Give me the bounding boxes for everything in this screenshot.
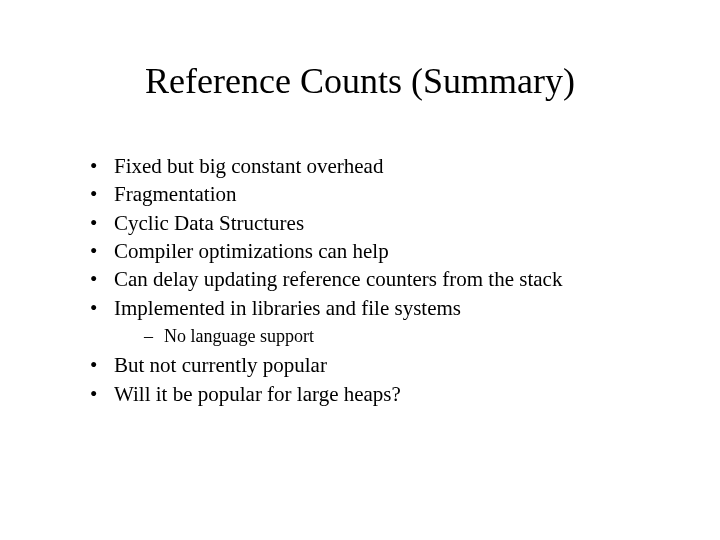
list-item: Cyclic Data Structures: [90, 209, 660, 237]
list-item: Fixed but big constant overhead: [90, 152, 660, 180]
list-item: Compiler optimizations can help: [90, 237, 660, 265]
bullet-text: Will it be popular for large heaps?: [114, 382, 401, 406]
bullet-text: Can delay updating reference counters fr…: [114, 267, 562, 291]
bullet-text: Compiler optimizations can help: [114, 239, 389, 263]
bullet-text: Cyclic Data Structures: [114, 211, 304, 235]
bullet-text: Implemented in libraries and file system…: [114, 296, 461, 320]
list-item: Fragmentation: [90, 180, 660, 208]
bullet-text: Fragmentation: [114, 182, 236, 206]
list-item: Implemented in libraries and file system…: [90, 294, 660, 350]
sub-bullet-text: No language support: [164, 326, 314, 346]
sub-bullet-list: No language support: [114, 324, 660, 349]
slide-title: Reference Counts (Summary): [60, 60, 660, 102]
list-item: Can delay updating reference counters fr…: [90, 265, 660, 293]
bullet-text: But not currently popular: [114, 353, 327, 377]
bullet-list: Fixed but big constant overhead Fragment…: [60, 152, 660, 408]
list-item: But not currently popular: [90, 351, 660, 379]
list-item: No language support: [144, 324, 660, 349]
bullet-text: Fixed but big constant overhead: [114, 154, 383, 178]
list-item: Will it be popular for large heaps?: [90, 380, 660, 408]
